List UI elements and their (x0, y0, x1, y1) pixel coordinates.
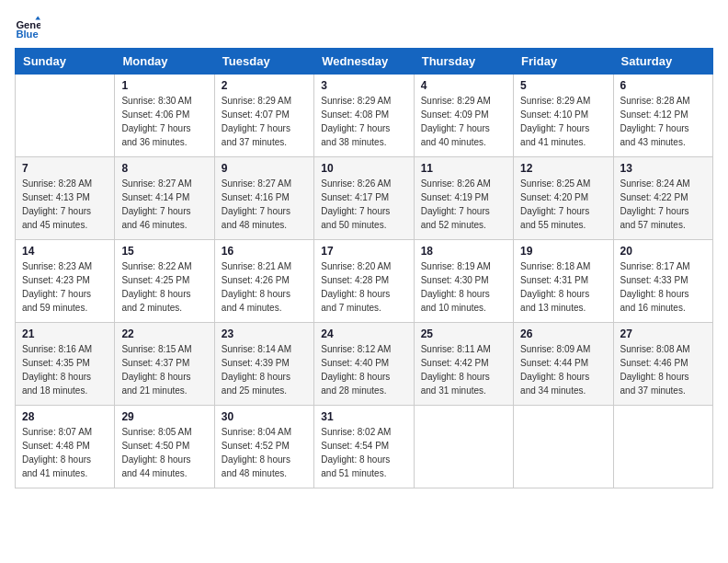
day-number: 21 (22, 327, 108, 340)
day-cell: 14Sunrise: 8:23 AM Sunset: 4:23 PM Dayli… (16, 240, 115, 323)
day-number: 25 (421, 327, 506, 340)
day-number: 7 (22, 162, 108, 175)
day-cell (16, 75, 115, 157)
svg-marker-2 (35, 16, 40, 19)
day-cell: 16Sunrise: 8:21 AM Sunset: 4:26 PM Dayli… (214, 240, 313, 323)
day-info: Sunrise: 8:29 AM Sunset: 4:09 PM Dayligh… (421, 94, 506, 149)
day-number: 26 (520, 327, 606, 340)
day-cell: 30Sunrise: 8:04 AM Sunset: 4:52 PM Dayli… (214, 406, 313, 488)
day-cell: 7Sunrise: 8:28 AM Sunset: 4:13 PM Daylig… (16, 157, 115, 240)
weekday-header-sunday: Sunday (16, 49, 115, 75)
day-number: 9 (222, 162, 307, 175)
day-info: Sunrise: 8:18 AM Sunset: 4:31 PM Dayligh… (520, 259, 606, 315)
calendar-table: SundayMondayTuesdayWednesdayThursdayFrid… (15, 48, 713, 488)
day-info: Sunrise: 8:04 AM Sunset: 4:52 PM Dayligh… (222, 425, 307, 480)
day-cell: 6Sunrise: 8:28 AM Sunset: 4:12 PM Daylig… (613, 75, 712, 157)
day-number: 13 (620, 162, 706, 175)
day-info: Sunrise: 8:20 AM Sunset: 4:28 PM Dayligh… (321, 259, 406, 315)
day-number: 18 (421, 245, 506, 258)
day-number: 17 (321, 245, 406, 258)
day-number: 27 (620, 327, 706, 340)
day-cell (414, 406, 513, 488)
week-row-2: 7Sunrise: 8:28 AM Sunset: 4:13 PM Daylig… (16, 157, 713, 240)
week-row-3: 14Sunrise: 8:23 AM Sunset: 4:23 PM Dayli… (16, 240, 713, 323)
day-number: 5 (520, 79, 606, 92)
day-info: Sunrise: 8:30 AM Sunset: 4:06 PM Dayligh… (121, 94, 207, 149)
day-cell: 8Sunrise: 8:27 AM Sunset: 4:14 PM Daylig… (115, 157, 214, 240)
day-info: Sunrise: 8:09 AM Sunset: 4:44 PM Dayligh… (520, 342, 606, 397)
week-row-5: 28Sunrise: 8:07 AM Sunset: 4:48 PM Dayli… (16, 406, 713, 488)
day-cell: 27Sunrise: 8:08 AM Sunset: 4:46 PM Dayli… (613, 323, 712, 406)
day-cell: 25Sunrise: 8:11 AM Sunset: 4:42 PM Dayli… (414, 323, 513, 406)
day-info: Sunrise: 8:15 AM Sunset: 4:37 PM Dayligh… (121, 342, 207, 397)
day-info: Sunrise: 8:28 AM Sunset: 4:12 PM Dayligh… (620, 94, 706, 149)
day-number: 11 (421, 162, 506, 175)
day-info: Sunrise: 8:07 AM Sunset: 4:48 PM Dayligh… (22, 425, 108, 480)
day-cell: 12Sunrise: 8:25 AM Sunset: 4:20 PM Dayli… (514, 157, 613, 240)
weekday-header-tuesday: Tuesday (214, 49, 313, 75)
logo-icon: General Blue (15, 15, 40, 40)
day-cell: 18Sunrise: 8:19 AM Sunset: 4:30 PM Dayli… (414, 240, 513, 323)
day-info: Sunrise: 8:29 AM Sunset: 4:10 PM Dayligh… (520, 94, 606, 149)
weekday-header-thursday: Thursday (414, 49, 513, 75)
day-number: 29 (121, 410, 207, 423)
day-number: 4 (421, 79, 506, 92)
weekday-header-friday: Friday (514, 49, 613, 75)
day-info: Sunrise: 8:12 AM Sunset: 4:40 PM Dayligh… (321, 342, 406, 397)
day-info: Sunrise: 8:29 AM Sunset: 4:07 PM Dayligh… (222, 94, 307, 149)
day-number: 8 (121, 162, 207, 175)
day-cell: 3Sunrise: 8:29 AM Sunset: 4:08 PM Daylig… (314, 75, 414, 157)
day-number: 10 (321, 162, 406, 175)
day-cell: 17Sunrise: 8:20 AM Sunset: 4:28 PM Dayli… (314, 240, 414, 323)
day-cell: 29Sunrise: 8:05 AM Sunset: 4:50 PM Dayli… (115, 406, 214, 488)
day-info: Sunrise: 8:23 AM Sunset: 4:23 PM Dayligh… (22, 259, 108, 315)
day-cell: 15Sunrise: 8:22 AM Sunset: 4:25 PM Dayli… (115, 240, 214, 323)
day-number: 31 (321, 410, 406, 423)
day-number: 3 (321, 79, 406, 92)
day-info: Sunrise: 8:27 AM Sunset: 4:16 PM Dayligh… (222, 177, 307, 232)
day-cell: 1Sunrise: 8:30 AM Sunset: 4:06 PM Daylig… (115, 75, 214, 157)
day-number: 28 (22, 410, 108, 423)
day-info: Sunrise: 8:02 AM Sunset: 4:54 PM Dayligh… (321, 425, 406, 480)
week-row-1: 1Sunrise: 8:30 AM Sunset: 4:06 PM Daylig… (16, 75, 713, 157)
day-info: Sunrise: 8:17 AM Sunset: 4:33 PM Dayligh… (620, 259, 706, 315)
day-number: 15 (121, 245, 207, 258)
weekday-header-monday: Monday (115, 49, 214, 75)
day-cell: 31Sunrise: 8:02 AM Sunset: 4:54 PM Dayli… (314, 406, 414, 488)
day-info: Sunrise: 8:27 AM Sunset: 4:14 PM Dayligh… (121, 177, 207, 232)
day-info: Sunrise: 8:26 AM Sunset: 4:19 PM Dayligh… (421, 177, 506, 232)
day-info: Sunrise: 8:26 AM Sunset: 4:17 PM Dayligh… (321, 177, 406, 232)
day-number: 24 (321, 327, 406, 340)
day-number: 12 (520, 162, 606, 175)
day-info: Sunrise: 8:25 AM Sunset: 4:20 PM Dayligh… (520, 177, 606, 232)
day-number: 30 (222, 410, 307, 423)
day-info: Sunrise: 8:22 AM Sunset: 4:25 PM Dayligh… (121, 259, 207, 315)
weekday-header-wednesday: Wednesday (314, 49, 414, 75)
day-cell: 26Sunrise: 8:09 AM Sunset: 4:44 PM Dayli… (514, 323, 613, 406)
day-info: Sunrise: 8:29 AM Sunset: 4:08 PM Dayligh… (321, 94, 406, 149)
day-info: Sunrise: 8:08 AM Sunset: 4:46 PM Dayligh… (620, 342, 706, 397)
day-info: Sunrise: 8:28 AM Sunset: 4:13 PM Dayligh… (22, 177, 108, 232)
day-cell: 2Sunrise: 8:29 AM Sunset: 4:07 PM Daylig… (214, 75, 313, 157)
day-number: 2 (222, 79, 307, 92)
day-cell: 24Sunrise: 8:12 AM Sunset: 4:40 PM Dayli… (314, 323, 414, 406)
day-number: 20 (620, 245, 706, 258)
weekday-header-row: SundayMondayTuesdayWednesdayThursdayFrid… (16, 49, 713, 75)
week-row-4: 21Sunrise: 8:16 AM Sunset: 4:35 PM Dayli… (16, 323, 713, 406)
weekday-header-saturday: Saturday (613, 49, 712, 75)
day-info: Sunrise: 8:19 AM Sunset: 4:30 PM Dayligh… (421, 259, 506, 315)
logo: General Blue (15, 15, 42, 40)
day-cell (514, 406, 613, 488)
day-cell: 20Sunrise: 8:17 AM Sunset: 4:33 PM Dayli… (613, 240, 712, 323)
day-number: 19 (520, 245, 606, 258)
day-info: Sunrise: 8:24 AM Sunset: 4:22 PM Dayligh… (620, 177, 706, 232)
day-cell: 21Sunrise: 8:16 AM Sunset: 4:35 PM Dayli… (16, 323, 115, 406)
header: General Blue (15, 15, 713, 40)
day-cell: 22Sunrise: 8:15 AM Sunset: 4:37 PM Dayli… (115, 323, 214, 406)
day-cell: 13Sunrise: 8:24 AM Sunset: 4:22 PM Dayli… (613, 157, 712, 240)
day-info: Sunrise: 8:21 AM Sunset: 4:26 PM Dayligh… (222, 259, 307, 315)
day-info: Sunrise: 8:05 AM Sunset: 4:50 PM Dayligh… (121, 425, 207, 480)
day-number: 22 (121, 327, 207, 340)
day-cell: 11Sunrise: 8:26 AM Sunset: 4:19 PM Dayli… (414, 157, 513, 240)
day-cell (613, 406, 712, 488)
